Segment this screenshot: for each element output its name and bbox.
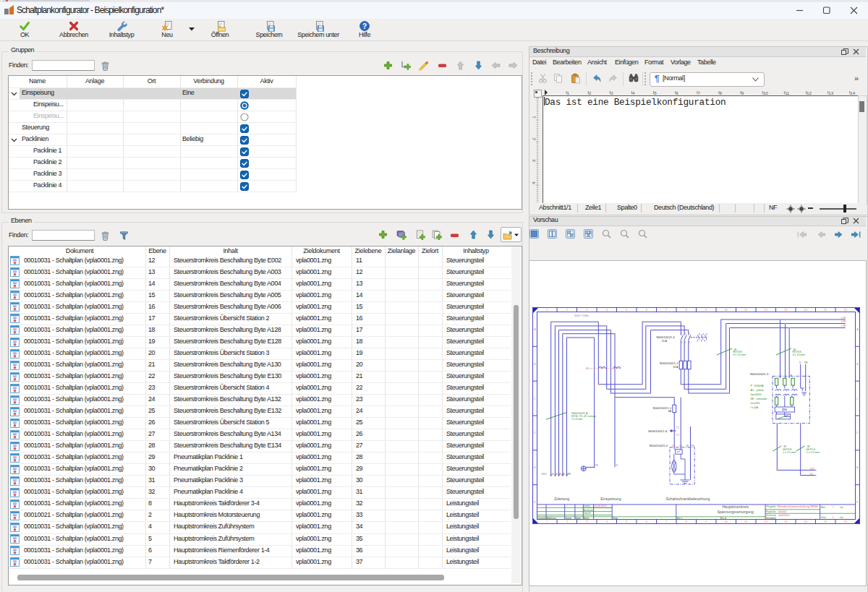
- svg-text:8: 8: [720, 90, 723, 95]
- svg-text:24V: 24V: [810, 468, 815, 471]
- svg-text:12: 12: [765, 520, 768, 523]
- svg-text:1: 1: [833, 506, 834, 509]
- svg-text:8: 8: [686, 308, 688, 312]
- svg-text:Zeichnung: Zeichnung: [766, 514, 776, 517]
- svg-text:P ~200kVA: P ~200kVA: [751, 385, 764, 387]
- svg-text:Up=400V: Up=400V: [751, 393, 762, 396]
- svg-text:2: 2: [566, 520, 569, 523]
- svg-text:21.06.2023: 21.06.2023: [594, 505, 606, 507]
- svg-text:Ers. f.: Ers. f.: [677, 517, 683, 520]
- svg-text:?: ?: [362, 22, 367, 30]
- svg-text:1: 1: [546, 308, 548, 312]
- svg-text:15: 15: [824, 520, 827, 523]
- svg-text:1 x 1.5 mm²: 1 x 1.5 mm²: [807, 451, 821, 454]
- svg-text:4: 4: [606, 520, 608, 523]
- svg-text:C: C: [856, 397, 859, 400]
- svg-text:Schaltschrankbeleuchtung: Schaltschrankbeleuchtung: [666, 497, 710, 501]
- svg-text:1: 1: [532, 116, 536, 119]
- svg-text:11: 11: [744, 308, 748, 312]
- svg-text:13: 13: [784, 308, 788, 312]
- svg-text:7: 7: [665, 520, 668, 523]
- svg-text:400V / 50Hz: 400V / 50Hz: [574, 314, 589, 317]
- svg-text:Änderung: Änderung: [547, 517, 556, 520]
- svg-text:4A: 4A: [668, 410, 672, 413]
- svg-text:von: von: [840, 506, 843, 509]
- svg-text:N: N: [616, 464, 618, 467]
- svg-text:N00010021-4: N00010021-4: [656, 335, 675, 339]
- svg-text:L3R: L3R: [841, 325, 846, 327]
- svg-text:Name: Name: [576, 517, 582, 520]
- svg-text:5: 5: [833, 516, 834, 519]
- svg-text:13: 13: [828, 90, 833, 95]
- svg-text:-M: -M: [585, 367, 588, 370]
- svg-text:vpla0001mu: vpla0001mu: [778, 514, 790, 517]
- svg-text:2: 2: [589, 90, 592, 95]
- svg-text:T1: T1: [676, 426, 679, 429]
- svg-text:14: 14: [804, 308, 808, 312]
- svg-text:Ers. d.: Ers. d.: [720, 517, 727, 520]
- svg-text:SE - sekundär: SE - sekundär: [751, 398, 768, 400]
- svg-text:11: 11: [785, 90, 790, 95]
- svg-text:Hauptstromkreis: Hauptstromkreis: [722, 505, 749, 509]
- svg-text:-W02: -W02: [541, 473, 547, 476]
- svg-text:5: 5: [689, 333, 690, 335]
- svg-text:Blatt: Blatt: [821, 506, 825, 509]
- svg-text:N00010021-3: N00010021-3: [750, 372, 769, 376]
- svg-text:25 A: 25 A: [662, 340, 668, 343]
- svg-text:T2: T2: [676, 434, 679, 437]
- svg-text:14: 14: [804, 520, 808, 523]
- svg-text:2: 2: [681, 341, 683, 344]
- svg-text:4: 4: [632, 90, 635, 95]
- svg-text:9: 9: [741, 90, 744, 95]
- svg-text:16: 16: [844, 520, 848, 523]
- svg-text:12: 12: [765, 308, 768, 312]
- svg-text:Geprüft: Geprüft: [584, 512, 591, 515]
- svg-text:Datum: Datum: [565, 517, 571, 520]
- svg-text:15: 15: [824, 308, 827, 312]
- svg-text:Schaltplan: Schaltplan: [766, 517, 776, 520]
- svg-text:N00010021-1: N00010021-1: [653, 406, 672, 410]
- svg-text:7: 7: [665, 308, 668, 312]
- svg-text:A: A: [856, 327, 859, 331]
- svg-text:Datum: Datum: [584, 505, 590, 507]
- svg-text:5: 5: [626, 308, 628, 312]
- svg-text:PE: PE: [595, 464, 599, 467]
- svg-text:12: 12: [807, 90, 812, 95]
- svg-text:N: N: [799, 361, 801, 364]
- svg-text:16 A: 16 A: [673, 366, 678, 369]
- svg-text:N00010021-0: N00010021-0: [650, 444, 668, 447]
- svg-text:10: 10: [763, 90, 768, 95]
- svg-text:5: 5: [654, 90, 657, 95]
- svg-text:1: 1: [567, 90, 570, 95]
- svg-text:9: 9: [705, 308, 707, 312]
- svg-text:N00010021-2: N00010021-2: [660, 361, 678, 365]
- svg-text:PE: PE: [804, 361, 808, 364]
- svg-text:3 x 15 mm²: 3 x 15 mm²: [793, 353, 807, 356]
- svg-text:Zustand: Zustand: [537, 517, 545, 520]
- svg-text:C: C: [534, 397, 536, 400]
- svg-text:11: 11: [744, 520, 748, 523]
- svg-text:6: 6: [676, 90, 678, 95]
- svg-text:Einspeisung: Einspeisung: [600, 497, 621, 501]
- svg-text:PE: PE: [692, 445, 695, 447]
- svg-text:9: 9: [705, 520, 707, 523]
- svg-text:Seite: Seite: [821, 516, 826, 519]
- svg-text:N: N: [686, 445, 689, 447]
- svg-text:L1R: L1R: [841, 317, 846, 319]
- svg-text:Bearbeiter: Bearbeiter: [584, 509, 593, 512]
- svg-text:E: E: [856, 466, 859, 469]
- svg-text:PE: PE: [568, 473, 571, 476]
- svg-text:Zuleitung: Zuleitung: [554, 497, 569, 501]
- svg-text:3 x 15 mm²: 3 x 15 mm²: [733, 353, 747, 356]
- svg-text:16: 16: [844, 308, 848, 312]
- svg-text:A: A: [534, 327, 536, 331]
- svg-text:10: 10: [725, 520, 728, 523]
- svg-text:4: 4: [532, 181, 536, 184]
- svg-text:D: D: [856, 431, 859, 434]
- svg-text:2: 2: [532, 137, 536, 140]
- svg-text:F: F: [534, 500, 536, 504]
- svg-text:Urspr.: Urspr.: [613, 517, 618, 520]
- svg-text:Projekt-Nr:: Projekt-Nr:: [766, 510, 776, 513]
- svg-text:2: 2: [566, 308, 569, 312]
- svg-text:1 x 1.5 mm²: 1 x 1.5 mm²: [783, 451, 797, 454]
